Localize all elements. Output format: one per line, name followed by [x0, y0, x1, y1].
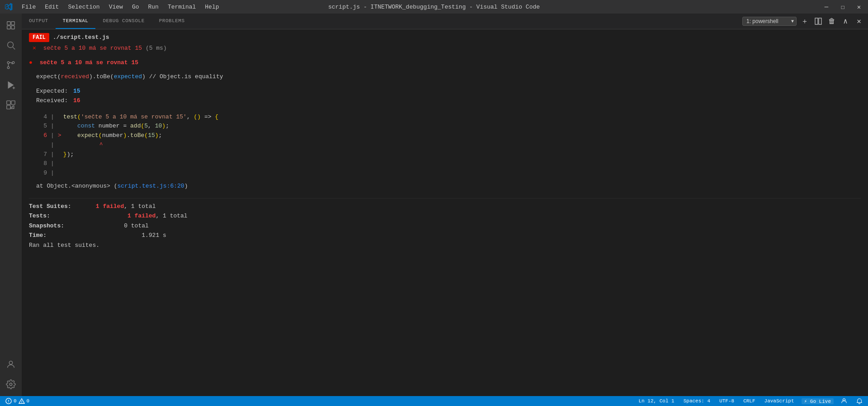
expect-line: expect(received).toBe(expected) // Objec… [36, 72, 861, 81]
status-remote-users[interactable] [839, 398, 849, 404]
cursor-position: Ln 12, Col 1 [638, 398, 674, 404]
tab-output[interactable]: OUTPUT [22, 14, 56, 29]
split-terminal-button[interactable] [813, 16, 824, 27]
run-debug-icon[interactable] [3, 77, 19, 93]
bullet-icon: ● [29, 59, 33, 66]
line-arrow-4 [58, 113, 61, 122]
code-text-7: }); [63, 150, 74, 160]
svg-line-5 [13, 47, 15, 49]
caret-symbol: ^ [99, 141, 103, 150]
ran-all-text: Ran all test suites. [29, 241, 99, 250]
svg-point-21 [8, 402, 9, 402]
received-value: 16 [73, 97, 80, 104]
svg-point-15 [9, 361, 12, 364]
language-indicator: JavaScript [764, 398, 794, 404]
line-arrow-9 [58, 169, 61, 178]
snapshots-val: 0 total [92, 222, 149, 231]
warning-count: 0 [27, 398, 30, 404]
test-suites-val: 1 failed, 1 total [92, 202, 156, 211]
tests-val: 1 failed, 1 total [92, 212, 188, 221]
remote-users-icon [841, 398, 847, 404]
tab-debug-console[interactable]: DEBUG CONSOLE [95, 14, 151, 29]
menu-view[interactable]: View [105, 3, 127, 11]
status-position[interactable]: Ln 12, Col 1 [637, 398, 676, 404]
tab-problems[interactable]: PROBLEMS [152, 14, 192, 29]
status-spaces[interactable]: Spaces: 4 [682, 398, 712, 404]
panel-tab-right: 1: powershell ▼ ＋ 🗑 ∧ ✕ [742, 16, 868, 27]
expected-row: Expected: 15 [36, 87, 861, 96]
maximize-panel-button[interactable]: ∧ [840, 16, 851, 27]
menu-file[interactable]: File [18, 3, 39, 11]
status-bar-left: 0 0 [4, 398, 31, 404]
status-line-ending[interactable]: CRLF [741, 398, 757, 404]
svg-point-23 [21, 402, 22, 403]
menu-edit[interactable]: Edit [41, 3, 62, 11]
line-num-6: 6 [36, 131, 47, 141]
main-container: OUTPUT TERMINAL DEBUG CONSOLE PROBLEMS 1… [0, 14, 868, 396]
svg-rect-3 [11, 26, 14, 29]
code-line-7: 7 | }); [36, 150, 861, 160]
svg-rect-14 [7, 105, 10, 109]
received-label: Received: [36, 97, 68, 104]
menu-help[interactable]: Help [201, 3, 222, 11]
title-bar: File Edit Selection View Go Run Terminal… [0, 0, 868, 14]
search-icon[interactable] [3, 37, 19, 53]
svg-rect-0 [7, 22, 10, 25]
explorer-icon[interactable] [3, 17, 19, 33]
code-text-6: expect(number).toBe(15); [63, 131, 162, 141]
menu-terminal[interactable]: Terminal [164, 3, 199, 11]
vscode-logo-icon [5, 3, 13, 11]
error-time: (5 ms) [146, 45, 167, 52]
error-icon [5, 398, 12, 404]
go-live-button[interactable]: ⚡ Go Live [802, 398, 834, 404]
menu-run[interactable]: Run [144, 3, 162, 11]
code-line-8: 8 | [36, 159, 861, 169]
settings-icon[interactable] [3, 376, 19, 392]
line-num-9: 9 [36, 169, 47, 178]
line-arrow-6: > [58, 131, 61, 141]
close-button[interactable]: ✕ [854, 3, 863, 11]
svg-point-4 [8, 42, 14, 48]
at-link[interactable]: script.test.js:6:20 [117, 183, 184, 189]
svg-rect-13 [11, 101, 15, 104]
svg-rect-12 [7, 101, 10, 104]
terminal-content[interactable]: FAIL ./script.test.js ✕ sečte 5 a 10 má … [22, 29, 868, 396]
ran-all-line: Ran all test suites. [29, 241, 861, 250]
line-arrow-7 [58, 150, 61, 160]
menu-go[interactable]: Go [128, 3, 143, 11]
tab-terminal[interactable]: TERMINAL [56, 14, 96, 29]
line-bar-5: | [51, 122, 54, 131]
summary-tests: Tests: 1 failed, 1 total [29, 212, 861, 221]
status-errors[interactable]: 0 0 [4, 398, 31, 404]
code-line-9: 9 | [36, 169, 861, 178]
status-notifications[interactable] [854, 398, 864, 404]
line-bar-8: | [51, 159, 54, 169]
terminal-selector[interactable]: 1: powershell [742, 17, 797, 26]
status-encoding[interactable]: UTF-8 [717, 398, 736, 404]
minimize-button[interactable]: — [822, 3, 831, 10]
notifications-icon [856, 398, 863, 404]
maximize-button[interactable]: ☐ [838, 3, 847, 11]
line-ending-indicator: CRLF [743, 398, 755, 404]
kill-terminal-button[interactable]: 🗑 [826, 16, 837, 27]
code-line-6: 6 | > expect(number).toBe(15); [36, 131, 861, 141]
svg-point-7 [12, 61, 14, 64]
title-bar-left: File Edit Selection View Go Run Terminal… [5, 3, 223, 11]
add-terminal-button[interactable]: ＋ [799, 16, 810, 27]
account-icon[interactable] [3, 356, 19, 373]
close-panel-button[interactable]: ✕ [854, 16, 864, 27]
source-control-icon[interactable] [3, 57, 19, 73]
window-title: script.js - ITNETWORK_debugging_Testing … [328, 4, 540, 10]
line-arrow-caret [58, 141, 61, 150]
test-name: sečte 5 a 10 má se rovnat 15 [40, 59, 138, 66]
line-num-7: 7 [36, 150, 47, 160]
line-num-5: 5 [36, 122, 47, 131]
menu-selection[interactable]: Selection [64, 3, 103, 11]
line-bar-caret: | [51, 141, 54, 150]
summary-snapshots: Snapshots: 0 total [29, 222, 861, 231]
bullet-test-line: ● sečte 5 a 10 má se rovnat 15 [29, 58, 861, 67]
extensions-icon[interactable] [3, 97, 19, 113]
expected-label: Expected: [36, 88, 68, 94]
status-language[interactable]: JavaScript [763, 398, 796, 404]
menu-bar: File Edit Selection View Go Run Terminal… [18, 3, 223, 11]
